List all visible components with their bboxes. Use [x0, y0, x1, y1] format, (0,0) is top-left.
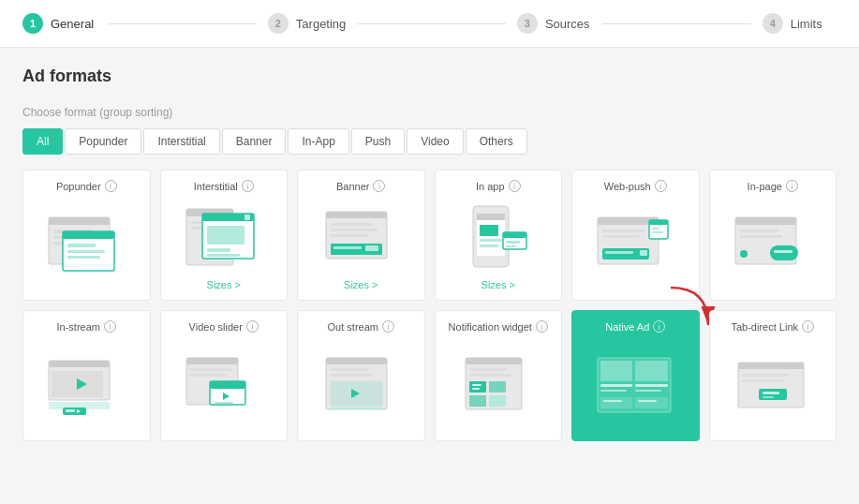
svg-rect-82	[469, 374, 511, 377]
step-4[interactable]: 4 Limits	[763, 13, 837, 34]
svg-rect-30	[477, 214, 505, 220]
instream-info-icon[interactable]: i	[104, 320, 116, 333]
svg-rect-21	[326, 212, 387, 218]
svg-rect-95	[635, 390, 661, 392]
svg-rect-36	[506, 241, 520, 244]
card-instream[interactable]: In-stream i	[22, 310, 151, 441]
card-notificationwidget[interactable]: Notification widget i	[435, 310, 563, 441]
instream-illustration	[33, 340, 141, 431]
card-tabdirect[interactable]: Tab-direct Link i	[709, 310, 837, 441]
tabdirect-info-icon[interactable]: i	[802, 320, 814, 333]
step-3[interactable]: 3 Sources	[517, 13, 591, 34]
step-1[interactable]: 1 General	[22, 13, 96, 34]
svg-rect-7	[67, 244, 96, 247]
step-2-label: Targeting	[296, 17, 346, 31]
card-popunder-title: Popunder i	[33, 180, 141, 192]
svg-rect-45	[652, 231, 663, 233]
card-banner-title: Banner i	[307, 180, 415, 192]
tab-all[interactable]: All	[22, 128, 63, 155]
svg-rect-96	[600, 397, 632, 408]
svg-rect-52	[740, 235, 782, 238]
tab-others[interactable]: Others	[466, 128, 527, 155]
card-inpage[interactable]: In-page i	[709, 170, 837, 301]
svg-rect-27	[365, 245, 378, 251]
step-4-label: Limits	[791, 17, 822, 31]
inapp-sizes-link[interactable]: Sizes >	[481, 279, 515, 290]
svg-rect-1	[49, 217, 110, 225]
svg-rect-90	[600, 361, 632, 381]
tab-interstitial[interactable]: Interstitial	[143, 128, 219, 155]
svg-rect-94	[635, 384, 668, 387]
tabdirect-illustration	[719, 340, 827, 431]
interstitial-sizes-link[interactable]: Sizes >	[207, 279, 241, 290]
svg-rect-55	[740, 250, 748, 258]
svg-rect-43	[649, 220, 668, 225]
videoslider-illustration	[170, 340, 278, 431]
card-banner[interactable]: Banner i Sizes >	[297, 170, 425, 301]
tab-popunder[interactable]: Popunder	[65, 128, 141, 155]
svg-rect-41	[602, 235, 640, 238]
svg-rect-51	[740, 230, 778, 232]
tab-video[interactable]: Video	[407, 128, 463, 155]
banner-illustration	[307, 200, 415, 274]
nativead-info-icon[interactable]: i	[653, 320, 665, 333]
step-2-circle: 2	[268, 13, 289, 34]
svg-rect-74	[331, 368, 368, 371]
svg-rect-101	[738, 363, 804, 408]
svg-rect-103	[742, 374, 789, 377]
tab-inapp[interactable]: In-App	[288, 128, 348, 155]
card-webpush[interactable]: Web-push i	[571, 170, 700, 301]
svg-rect-69	[210, 381, 245, 389]
svg-rect-71	[215, 402, 233, 404]
svg-rect-19	[207, 254, 240, 257]
svg-rect-62	[66, 409, 75, 412]
svg-rect-98	[603, 400, 622, 402]
svg-rect-67	[189, 374, 227, 377]
svg-rect-99	[638, 400, 657, 402]
interstitial-info-icon[interactable]: i	[242, 180, 254, 192]
inpage-illustration	[719, 200, 827, 290]
outstream-info-icon[interactable]: i	[382, 320, 394, 333]
step-divider-3	[602, 23, 751, 24]
card-popunder[interactable]: Popunder i	[22, 170, 151, 301]
step-3-circle: 3	[517, 13, 538, 34]
svg-rect-9	[67, 256, 100, 259]
section-title: Ad formats	[22, 67, 837, 86]
inpage-info-icon[interactable]: i	[786, 180, 798, 192]
card-nativead[interactable]: Native Ad i	[571, 310, 700, 441]
card-interstitial[interactable]: Interstitial i Sizes >	[160, 170, 289, 301]
outstream-illustration	[307, 340, 415, 431]
popunder-info-icon[interactable]: i	[105, 180, 117, 192]
banner-info-icon[interactable]: i	[373, 180, 385, 192]
svg-rect-104	[742, 379, 784, 382]
svg-rect-6	[63, 231, 114, 239]
step-1-label: General	[51, 17, 94, 31]
inapp-info-icon[interactable]: i	[509, 180, 521, 192]
svg-rect-84	[489, 381, 506, 393]
card-inapp[interactable]: In app i Sizes >	[435, 170, 563, 301]
step-2[interactable]: 2 Targeting	[268, 13, 346, 34]
tab-banner[interactable]: Banner	[222, 128, 287, 155]
svg-rect-24	[331, 234, 368, 237]
svg-rect-50	[735, 217, 796, 225]
webpush-illustration	[582, 200, 689, 290]
svg-rect-66	[189, 368, 232, 371]
cards-row-2: In-stream i Video slider i	[22, 310, 837, 441]
notificationwidget-info-icon[interactable]: i	[536, 320, 548, 333]
tab-push[interactable]: Push	[351, 128, 405, 155]
svg-rect-93	[635, 361, 668, 381]
card-inpage-title: In-page i	[719, 180, 827, 192]
card-inapp-title: In app i	[445, 180, 553, 192]
card-instream-title: In-stream i	[33, 320, 141, 333]
card-notificationwidget-title: Notification widget i	[445, 320, 553, 333]
svg-rect-8	[67, 250, 105, 253]
svg-rect-16	[244, 215, 250, 220]
card-outstream[interactable]: Out stream i	[297, 310, 425, 441]
banner-sizes-link[interactable]: Sizes >	[344, 279, 378, 290]
inapp-illustration	[445, 200, 553, 274]
webpush-info-icon[interactable]: i	[655, 180, 667, 192]
svg-rect-78	[331, 408, 382, 409]
videoslider-info-icon[interactable]: i	[246, 320, 259, 333]
card-videoslider[interactable]: Video slider i	[160, 310, 289, 441]
step-1-circle: 1	[22, 13, 43, 34]
